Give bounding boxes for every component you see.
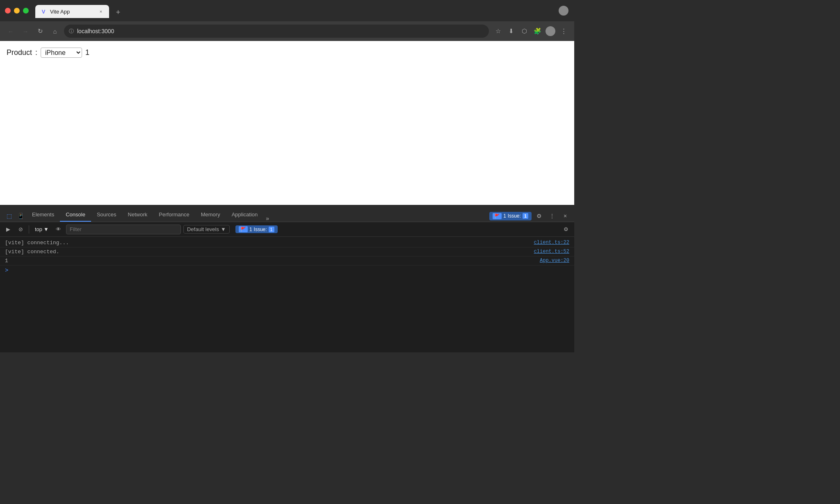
cursor-icon[interactable]: ⬡ [518, 25, 530, 37]
tab-memory[interactable]: Memory [195, 208, 226, 222]
issues-label: Issue: [508, 213, 521, 219]
issues-count-label: 1 [503, 213, 506, 219]
avatar [559, 6, 568, 16]
default-levels-selector[interactable]: Default levels ▼ [183, 225, 230, 234]
console-source[interactable]: client.ts:52 [534, 249, 569, 254]
filter-input[interactable] [66, 225, 181, 234]
profile-button[interactable] [545, 25, 556, 37]
devtools-more-button[interactable]: ⋮ [546, 210, 558, 222]
active-tab[interactable]: V Vite App × [35, 5, 109, 18]
default-levels-label: Default levels [187, 226, 219, 232]
tab-close-button[interactable]: × [98, 8, 104, 15]
profile-menu-button[interactable] [558, 5, 569, 16]
issues-count-badge: 1 [523, 213, 528, 219]
security-icon: ⓘ [69, 28, 74, 35]
tab-favicon: V [40, 8, 47, 15]
more-tabs-button[interactable]: » [263, 215, 272, 222]
devtools-tab-bar: ⬚ 📱 Elements Console Sources Network Per… [0, 205, 574, 222]
tab-console[interactable]: Console [60, 208, 91, 222]
devtools-settings-button[interactable]: ⚙ [533, 210, 545, 222]
issues-badge-toolbar[interactable]: 🚩 1 Issue: 1 [235, 225, 278, 233]
devtools-device-button[interactable]: 📱 [15, 210, 26, 222]
traffic-lights [5, 8, 29, 14]
issues-badge[interactable]: 🚩 1 Issue: 1 [489, 212, 532, 220]
page-content: Product : iPhone iPad MacBook Watch 1 [0, 41, 574, 205]
back-button[interactable]: ← [5, 25, 16, 37]
context-selector[interactable]: top ▼ [32, 225, 51, 233]
url-text: localhost:3000 [77, 28, 114, 34]
console-source[interactable]: client.ts:22 [534, 240, 569, 245]
clear-console-button[interactable]: ▶ [3, 225, 13, 234]
default-levels-icon: ▼ [221, 226, 226, 232]
toolbar-separator [29, 225, 29, 234]
issues-badge-inline: 🚩 1 Issue: 1 [235, 225, 278, 233]
download-icon[interactable]: ⬇ [505, 25, 517, 37]
product-colon: : [35, 48, 37, 57]
traffic-light-yellow[interactable] [14, 8, 20, 14]
console-output: [vite] connecting... client.ts:22 [vite]… [0, 237, 574, 352]
console-prompt[interactable]: > [0, 266, 574, 275]
tab-bar: V Vite App × + [35, 3, 555, 18]
console-line: [vite] connected. client.ts:52 [0, 247, 574, 257]
tab-performance[interactable]: Performance [153, 208, 195, 222]
issues-inline-count: 1 [249, 227, 252, 232]
title-bar: V Vite App × + [0, 0, 574, 21]
issues-number-badge: 1 [269, 227, 274, 232]
block-button[interactable]: ⊘ [16, 225, 25, 234]
console-line: 1 App.vue:20 [0, 257, 574, 266]
context-dropdown-icon: ▼ [43, 226, 49, 232]
console-source[interactable]: App.vue:20 [540, 258, 569, 263]
tab-sources[interactable]: Sources [91, 208, 122, 222]
console-text: [vite] connecting... [5, 240, 534, 246]
issues-icon: 🚩 [493, 213, 502, 219]
extensions-button[interactable]: 🧩 [532, 25, 543, 37]
reload-button[interactable]: ↻ [34, 25, 46, 37]
bookmark-button[interactable]: ☆ [492, 25, 504, 37]
tab-title: Vite App [50, 9, 94, 15]
more-options-button[interactable]: ⋮ [558, 25, 569, 37]
issues-inline-label: Issue: [254, 227, 267, 232]
product-label: Product [7, 48, 32, 57]
vite-icon: V [42, 9, 46, 15]
issues-flag-icon: 🚩 [239, 226, 248, 232]
devtools-panel: ⬚ 📱 Elements Console Sources Network Per… [0, 205, 574, 352]
devtools-inspect-button[interactable]: ⬚ [3, 210, 15, 222]
traffic-light-red[interactable] [5, 8, 11, 14]
product-count: 1 [85, 48, 89, 57]
top-label: top [35, 226, 42, 232]
user-avatar [546, 26, 555, 36]
browser-window: V Vite App × + ← → ↻ ⌂ ⓘ localhost:3000 … [0, 0, 574, 352]
forward-button[interactable]: → [20, 25, 31, 37]
console-text: [vite] connected. [5, 249, 534, 255]
new-tab-button[interactable]: + [112, 7, 124, 18]
home-button[interactable]: ⌂ [49, 25, 61, 37]
product-select[interactable]: iPhone iPad MacBook Watch [41, 48, 82, 58]
console-settings-button[interactable]: ⚙ [561, 225, 571, 234]
tab-application[interactable]: Application [226, 208, 264, 222]
nav-bar: ← → ↻ ⌂ ⓘ localhost:3000 ☆ ⬇ ⬡ 🧩 ⋮ [0, 21, 574, 41]
tab-network[interactable]: Network [122, 208, 153, 222]
tab-elements[interactable]: Elements [26, 208, 60, 222]
address-bar[interactable]: ⓘ localhost:3000 [64, 25, 489, 38]
nav-actions: ☆ ⬇ ⬡ 🧩 ⋮ [492, 25, 569, 37]
console-toolbar: ▶ ⊘ top ▼ 👁 Default levels ▼ 🚩 1 Issue: … [0, 222, 574, 237]
traffic-light-green[interactable] [23, 8, 29, 14]
product-row: Product : iPhone iPad MacBook Watch 1 [7, 48, 568, 58]
console-text: 1 [5, 258, 540, 264]
devtools-close-button[interactable]: × [559, 210, 571, 222]
console-line: [vite] connecting... client.ts:22 [0, 238, 574, 247]
eye-button[interactable]: 👁 [54, 225, 64, 234]
devtools-right-actions: 🚩 1 Issue: 1 ⚙ ⋮ × [489, 210, 571, 222]
